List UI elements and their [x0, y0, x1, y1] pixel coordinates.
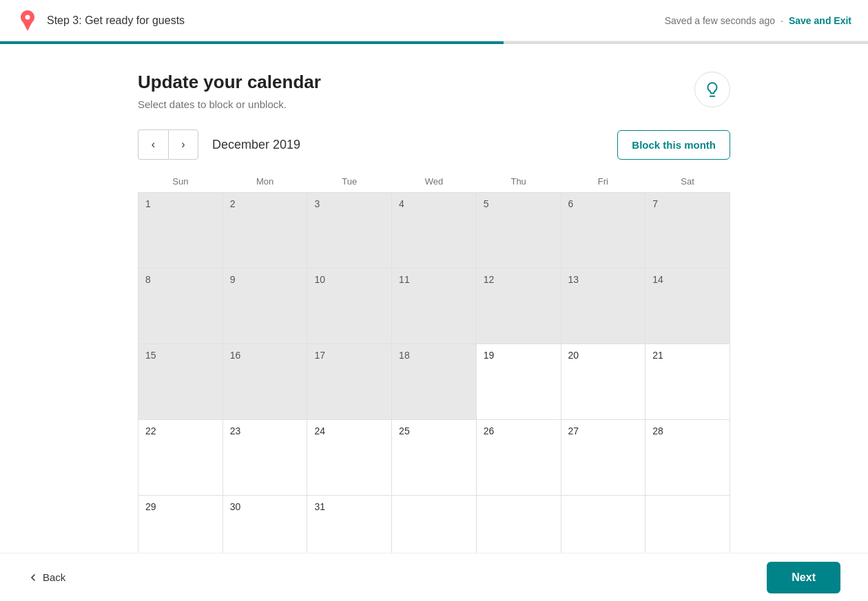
- calendar-week-row: 1234567: [138, 193, 730, 268]
- calendar-header: SunMonTueWedThuFriSat: [138, 176, 730, 193]
- page-title: Update your calendar: [138, 72, 730, 93]
- calendar-day[interactable]: 9: [223, 268, 307, 344]
- hint-icon-button[interactable]: [694, 72, 730, 107]
- next-month-button[interactable]: ›: [168, 129, 198, 160]
- calendar-controls: ‹ › December 2019 Block this month: [138, 129, 730, 160]
- calendar-day[interactable]: 21: [645, 344, 730, 420]
- page-subtitle: Select dates to block or unblock.: [138, 98, 730, 110]
- main-content: Update your calendar Select dates to blo…: [0, 44, 868, 599]
- calendar-day[interactable]: 6: [561, 193, 645, 268]
- day-of-week-header: Sat: [645, 176, 730, 193]
- calendar-week-row: 15161718192021: [138, 344, 730, 420]
- prev-month-button[interactable]: ‹: [138, 129, 168, 160]
- calendar-day[interactable]: 18: [392, 344, 477, 420]
- calendar-grid: SunMonTueWedThuFriSat 123456789101112131…: [138, 176, 730, 571]
- step-title: Step 3: Get ready for guests: [47, 14, 185, 27]
- header-left: Step 3: Get ready for guests: [17, 10, 185, 32]
- calendar-day[interactable]: 12: [476, 268, 561, 344]
- day-of-week-header: Tue: [307, 176, 392, 193]
- save-exit-button[interactable]: Save and Exit: [789, 15, 851, 26]
- calendar-day[interactable]: 8: [138, 268, 223, 344]
- month-label: December 2019: [212, 138, 300, 152]
- calendar-day[interactable]: 10: [307, 268, 392, 344]
- day-of-week-header: Mon: [223, 176, 307, 193]
- day-of-week-header: Wed: [392, 176, 477, 193]
- header: Step 3: Get ready for guests Saved a few…: [0, 0, 868, 41]
- airbnb-logo: [17, 10, 39, 32]
- calendar-day[interactable]: 20: [561, 344, 645, 420]
- calendar-day[interactable]: 28: [645, 420, 730, 496]
- calendar-day[interactable]: 15: [138, 344, 223, 420]
- calendar-day[interactable]: 5: [476, 193, 561, 268]
- calendar-day[interactable]: 2: [223, 193, 307, 268]
- calendar-week-row: 22232425262728: [138, 420, 730, 496]
- calendar-day[interactable]: 24: [307, 420, 392, 496]
- calendar-day[interactable]: 14: [645, 268, 730, 344]
- calendar-day[interactable]: 3: [307, 193, 392, 268]
- separator: ·: [781, 15, 783, 26]
- calendar-day[interactable]: 27: [561, 420, 645, 496]
- day-of-week-header: Sun: [138, 176, 223, 193]
- calendar-day[interactable]: 1: [138, 193, 223, 268]
- header-right: Saved a few seconds ago · Save and Exit: [665, 15, 851, 26]
- calendar-day[interactable]: 26: [476, 420, 561, 496]
- next-button[interactable]: Next: [767, 562, 840, 593]
- back-button[interactable]: Back: [28, 571, 65, 583]
- calendar-day[interactable]: 7: [645, 193, 730, 268]
- block-month-button[interactable]: Block this month: [617, 130, 730, 160]
- calendar-day[interactable]: 17: [307, 344, 392, 420]
- days-header-row: SunMonTueWedThuFriSat: [138, 176, 730, 193]
- calendar-day[interactable]: 11: [392, 268, 477, 344]
- back-label: Back: [43, 571, 65, 583]
- footer: Back Next: [0, 553, 868, 601]
- day-of-week-header: Thu: [476, 176, 561, 193]
- calendar-day[interactable]: 19: [476, 344, 561, 420]
- calendar-day[interactable]: 13: [561, 268, 645, 344]
- saved-text: Saved a few seconds ago: [665, 15, 775, 26]
- calendar-day[interactable]: 23: [223, 420, 307, 496]
- calendar-day[interactable]: 16: [223, 344, 307, 420]
- chevron-left-icon: [28, 572, 39, 583]
- calendar-day[interactable]: 25: [392, 420, 477, 496]
- calendar-day[interactable]: 22: [138, 420, 223, 496]
- calendar-day[interactable]: 4: [392, 193, 477, 268]
- calendar-week-row: 891011121314: [138, 268, 730, 344]
- lightbulb-icon: [703, 81, 721, 98]
- day-of-week-header: Fri: [561, 176, 645, 193]
- calendar-body: 1234567891011121314151617181920212223242…: [138, 193, 730, 571]
